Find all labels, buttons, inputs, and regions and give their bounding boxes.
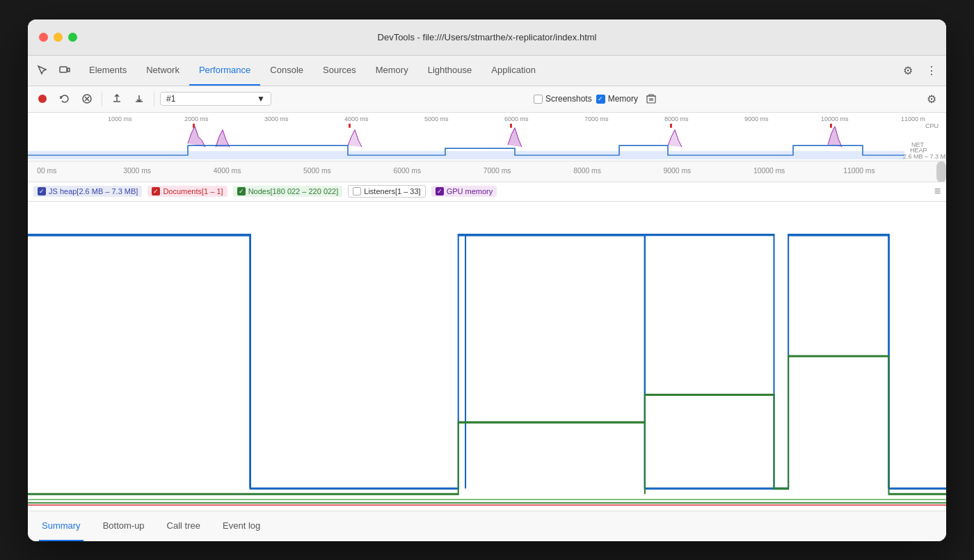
memory-chart: [28, 202, 946, 511]
svg-text:9000 ms: 9000 ms: [744, 115, 769, 122]
gpu-checkbox[interactable]: ✓: [436, 187, 444, 195]
download-button[interactable]: [130, 90, 148, 108]
svg-text:1000 ms: 1000 ms: [108, 115, 132, 122]
svg-text:6000 ms: 6000 ms: [393, 167, 421, 175]
documents-label: Documents[1 – 1]: [163, 187, 223, 195]
inspect-icon[interactable]: [33, 61, 51, 79]
screenshots-toggle: Screenshots: [534, 94, 592, 104]
tab-network[interactable]: Network: [136, 56, 189, 86]
svg-rect-23: [670, 123, 672, 127]
tab-console[interactable]: Console: [260, 56, 313, 86]
tab-summary[interactable]: Summary: [39, 511, 83, 541]
svg-rect-25: [28, 151, 904, 159]
main-tabs: Elements Network Performance Console Sou…: [79, 56, 899, 86]
tab-elements[interactable]: Elements: [79, 56, 136, 86]
tab-call-tree[interactable]: Call tree: [164, 511, 203, 541]
tab-sources[interactable]: Sources: [313, 56, 366, 86]
recording-label: #1: [166, 94, 175, 104]
legend-nodes[interactable]: ✓ Nodes[180 022 – 220 022]: [233, 186, 343, 197]
svg-rect-21: [349, 123, 351, 127]
record-button[interactable]: [33, 90, 51, 108]
svg-text:11000 ms: 11000 ms: [843, 167, 875, 175]
traffic-lights: [28, 33, 77, 42]
memory-toggle: ✓ Memory: [596, 94, 638, 104]
more-icon[interactable]: ⋮: [923, 61, 941, 79]
legend-js-heap[interactable]: ✓ JS heap[2.6 MB – 7.3 MB]: [33, 186, 142, 197]
svg-rect-20: [193, 123, 195, 127]
reload-button[interactable]: [56, 90, 74, 108]
svg-text:6000 ms: 6000 ms: [504, 115, 529, 122]
tab-event-log[interactable]: Event log: [220, 511, 263, 541]
listeners-label: Listeners[1 – 33]: [364, 187, 420, 195]
gpu-label: GPU memory: [447, 187, 493, 195]
tab-application[interactable]: Application: [481, 56, 545, 86]
screenshots-checkbox[interactable]: [534, 95, 543, 104]
js-heap-checkbox[interactable]: ✓: [38, 187, 46, 195]
svg-text:3000 ms: 3000 ms: [264, 115, 289, 122]
close-button[interactable]: [39, 33, 48, 42]
svg-text:8000 ms: 8000 ms: [664, 115, 689, 122]
upload-button[interactable]: [108, 90, 126, 108]
memory-checkbox[interactable]: ✓: [596, 95, 605, 104]
separator-2: [154, 92, 154, 106]
title-bar: DevTools - file:///Users/stmarthe/x-repl…: [28, 19, 946, 56]
window-title: DevTools - file:///Users/stmarthe/x-repl…: [378, 32, 597, 42]
device-icon[interactable]: [56, 61, 74, 79]
tab-lighthouse[interactable]: Lighthouse: [418, 56, 482, 86]
screenshots-label: Screenshots: [545, 94, 592, 104]
legend-gpu[interactable]: ✓ GPU memory: [431, 186, 497, 197]
maximize-button[interactable]: [68, 33, 77, 42]
clear-button[interactable]: [78, 90, 96, 108]
documents-checkbox[interactable]: ✓: [152, 187, 160, 195]
legend-menu-icon[interactable]: ≡: [934, 185, 941, 198]
svg-text:4000 ms: 4000 ms: [214, 167, 241, 175]
svg-text:4000 ms: 4000 ms: [344, 115, 369, 122]
svg-text:CPU: CPU: [925, 122, 939, 129]
svg-text:11000 m: 11000 m: [901, 115, 925, 122]
svg-point-2: [38, 95, 47, 103]
svg-rect-24: [830, 123, 832, 127]
nodes-label: Nodes[180 022 – 220 022]: [248, 187, 339, 195]
memory-legend: ✓ JS heap[2.6 MB – 7.3 MB] ✓ Documents[1…: [28, 182, 946, 202]
svg-text:9000 ms: 9000 ms: [664, 167, 692, 175]
svg-text:7000 ms: 7000 ms: [584, 115, 609, 122]
memory-label: Memory: [608, 94, 638, 104]
tab-bar-icons: [33, 61, 74, 79]
separator-1: [102, 92, 102, 106]
tab-memory[interactable]: Memory: [366, 56, 418, 86]
collect-garbage-icon[interactable]: [642, 90, 660, 108]
legend-listeners[interactable]: Listeners[1 – 33]: [348, 185, 425, 198]
svg-rect-0: [60, 67, 67, 72]
performance-toolbar: #1 ▼ Screenshots ✓ Memory ⚙: [28, 86, 946, 113]
js-heap-label: JS heap[2.6 MB – 7.3 MB]: [49, 187, 138, 195]
bottom-tabs: Summary Bottom-up Call tree Event log: [28, 511, 946, 541]
performance-settings-icon[interactable]: ⚙: [923, 90, 941, 108]
listeners-checkbox[interactable]: [353, 187, 361, 195]
overview-svg: 1000 ms 2000 ms 3000 ms 4000 ms 5000 ms …: [28, 113, 946, 161]
svg-text:2000 ms: 2000 ms: [184, 115, 209, 122]
svg-text:7000 ms: 7000 ms: [484, 167, 511, 175]
svg-text:10000 ms: 10000 ms: [753, 167, 785, 175]
svg-text:00 ms: 00 ms: [37, 167, 56, 175]
svg-text:5000 ms: 5000 ms: [424, 115, 449, 122]
tab-performance[interactable]: Performance: [189, 56, 260, 86]
svg-text:8000 ms: 8000 ms: [573, 167, 601, 175]
svg-text:2.6 MB – 7.3 MB: 2.6 MB – 7.3 MB: [903, 153, 946, 160]
settings-icon[interactable]: ⚙: [899, 61, 917, 79]
memory-chart-svg: [28, 202, 946, 511]
overview-area: 1000 ms 2000 ms 3000 ms 4000 ms 5000 ms …: [28, 113, 946, 161]
select-chevron-icon: ▼: [257, 94, 265, 104]
nodes-checkbox[interactable]: ✓: [237, 187, 246, 195]
svg-text:5000 ms: 5000 ms: [303, 167, 331, 175]
svg-rect-1: [67, 68, 70, 72]
svg-text:3000 ms: 3000 ms: [123, 167, 151, 175]
devtools-window: DevTools - file:///Users/stmarthe/x-repl…: [28, 19, 946, 541]
tab-bottom-up[interactable]: Bottom-up: [100, 511, 147, 541]
minimize-button[interactable]: [54, 33, 63, 42]
legend-documents[interactable]: ✓ Documents[1 – 1]: [147, 186, 227, 197]
ruler-area: 00 ms 3000 ms 4000 ms 5000 ms 6000 ms 70…: [28, 161, 946, 182]
svg-rect-22: [510, 123, 512, 127]
recording-select[interactable]: #1 ▼: [160, 92, 271, 106]
tab-bar-right: ⚙ ⋮: [899, 61, 941, 79]
ruler-svg: 00 ms 3000 ms 4000 ms 5000 ms 6000 ms 70…: [33, 161, 941, 182]
